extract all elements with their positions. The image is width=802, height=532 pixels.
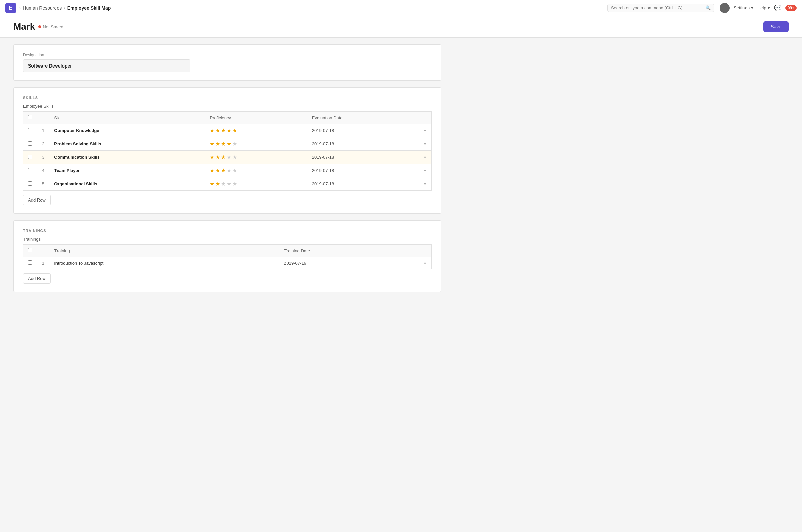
not-saved-badge: Not Saved [38, 24, 63, 30]
star-filled: ★ [215, 127, 220, 134]
designation-card: Designation Software Developer [13, 44, 441, 80]
row-checkbox[interactable] [28, 155, 33, 159]
star-empty: ★ [232, 167, 237, 174]
skills-header-eval-date: Evaluation Date [307, 112, 418, 124]
chevron-down-icon[interactable]: ▾ [424, 155, 426, 160]
proficiency-cell: ★★★★★ [205, 164, 307, 177]
breadcrumb: › Human Resources › Employee Skill Map [19, 5, 608, 11]
settings-button[interactable]: Settings ▾ [734, 5, 753, 11]
row-check-col [23, 137, 37, 151]
avatar [720, 3, 730, 13]
trainings-header-actions [418, 245, 432, 257]
chevron-down-icon[interactable]: ▾ [424, 261, 426, 266]
trainings-table: Training Training Date 1 Introduction To… [23, 244, 432, 269]
breadcrumb-skill-map[interactable]: Employee Skill Map [67, 5, 111, 11]
skills-check-all[interactable] [28, 115, 33, 119]
help-label: Help [757, 5, 766, 11]
breadcrumb-sep-1: › [19, 5, 21, 11]
star-filled: ★ [210, 181, 214, 187]
row-checkbox[interactable] [28, 168, 33, 172]
row-dropdown-col[interactable]: ▾ [418, 124, 432, 137]
skills-section-label: SKILLS [23, 96, 432, 100]
trainings-header-row: Training Training Date [23, 245, 432, 257]
row-check-col [23, 151, 37, 164]
skills-add-row-button[interactable]: Add Row [23, 195, 51, 205]
row-dropdown-col[interactable]: ▾ [418, 177, 432, 191]
skills-header-actions [418, 112, 432, 124]
row-checkbox[interactable] [28, 182, 33, 186]
trainings-check-all[interactable] [28, 248, 33, 252]
row-check-col [23, 164, 37, 177]
star-filled: ★ [221, 154, 226, 160]
chevron-down-icon[interactable]: ▾ [424, 168, 426, 173]
table-row: 1 Computer Knowledge ★★★★★ 2019-07-18 ▾ [23, 124, 432, 137]
row-num: 2 [37, 137, 50, 151]
skills-header-row: Skill Proficiency Evaluation Date [23, 112, 432, 124]
chat-icon[interactable]: 💬 [774, 4, 781, 12]
skills-header-num [37, 112, 50, 124]
star-filled: ★ [215, 154, 220, 160]
trainings-header-date: Training Date [279, 245, 418, 257]
table-row: 4 Team Player ★★★★★ 2019-07-18 ▾ [23, 164, 432, 177]
star-filled: ★ [210, 167, 214, 174]
star-empty: ★ [221, 181, 226, 187]
row-num: 1 [37, 257, 50, 269]
row-dropdown-col[interactable]: ▾ [418, 164, 432, 177]
row-dropdown-col[interactable]: ▾ [418, 137, 432, 151]
star-filled: ★ [221, 141, 226, 147]
skills-header-proficiency: Proficiency [205, 112, 307, 124]
star-filled: ★ [232, 127, 237, 134]
row-checkbox[interactable] [28, 128, 33, 132]
trainings-section-label: TRAININGS [23, 229, 432, 233]
proficiency-cell: ★★★★★ [205, 137, 307, 151]
row-check-col [23, 257, 37, 269]
row-num: 4 [37, 164, 50, 177]
breadcrumb-sep-2: › [63, 5, 65, 11]
eval-date-cell: 2019-07-18 [307, 151, 418, 164]
row-num: 5 [37, 177, 50, 191]
row-checkbox[interactable] [28, 141, 33, 146]
notification-badge[interactable]: 99+ [785, 5, 797, 11]
save-button[interactable]: Save [763, 21, 789, 32]
trainings-table-label: Trainings [23, 236, 432, 242]
settings-chevron-icon: ▾ [751, 5, 753, 11]
table-row: 2 Problem Solving Skills ★★★★★ 2019-07-1… [23, 137, 432, 151]
search-bar[interactable]: 🔍 [608, 4, 714, 12]
row-num: 1 [37, 124, 50, 137]
nav-right: Settings ▾ Help ▾ 💬 99+ [720, 3, 797, 13]
trainings-add-row-button[interactable]: Add Row [23, 273, 51, 284]
chevron-down-icon[interactable]: ▾ [424, 128, 426, 133]
designation-label: Designation [23, 53, 432, 57]
skill-name: Computer Knowledge [50, 124, 205, 137]
search-input[interactable] [611, 5, 705, 11]
eval-date-cell: 2019-07-18 [307, 177, 418, 191]
star-empty: ★ [227, 167, 231, 174]
row-num: 3 [37, 151, 50, 164]
star-filled: ★ [210, 127, 214, 134]
not-saved-label: Not Saved [43, 24, 63, 30]
topnav: E › Human Resources › Employee Skill Map… [0, 0, 802, 16]
row-dropdown-col[interactable]: ▾ [418, 257, 432, 269]
row-check-col [23, 177, 37, 191]
star-filled: ★ [215, 141, 220, 147]
table-row: 1 Introduction To Javascript 2019-07-19 … [23, 257, 432, 269]
trainings-card: TRAININGS Trainings Training Training Da… [13, 220, 441, 292]
training-name: Introduction To Javascript [50, 257, 279, 269]
breadcrumb-human-resources[interactable]: Human Resources [23, 5, 61, 11]
row-dropdown-col[interactable]: ▾ [418, 151, 432, 164]
chevron-down-icon[interactable]: ▾ [424, 142, 426, 146]
star-filled: ★ [227, 127, 231, 134]
chevron-down-icon[interactable]: ▾ [424, 182, 426, 187]
help-button[interactable]: Help ▾ [757, 5, 770, 11]
proficiency-cell: ★★★★★ [205, 124, 307, 137]
skills-table-label: Employee Skills [23, 103, 432, 109]
page-title: Mark [13, 21, 35, 32]
skill-name: Problem Solving Skills [50, 137, 205, 151]
star-empty: ★ [232, 141, 237, 147]
designation-value: Software Developer [23, 59, 190, 72]
row-checkbox[interactable] [28, 260, 33, 265]
eval-date-cell: 2019-07-18 [307, 124, 418, 137]
eval-date-cell: 2019-07-18 [307, 164, 418, 177]
training-date-cell: 2019-07-19 [279, 257, 418, 269]
skills-header-skill: Skill [50, 112, 205, 124]
